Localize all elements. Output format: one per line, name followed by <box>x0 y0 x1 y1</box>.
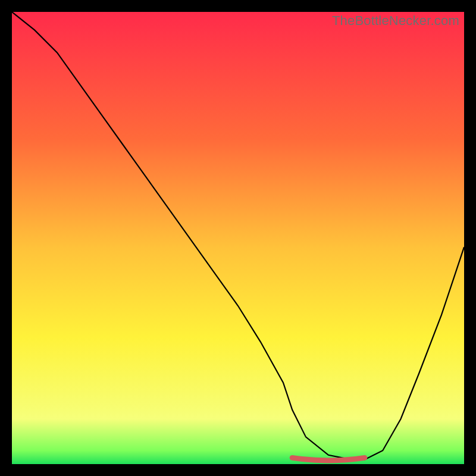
watermark-text: TheBottleNecker.com <box>332 13 459 29</box>
chart-frame: TheBottleNecker.com <box>12 12 464 464</box>
valley-marker <box>292 458 365 461</box>
bottleneck-chart <box>12 12 464 464</box>
heat-gradient-bg <box>12 12 464 464</box>
